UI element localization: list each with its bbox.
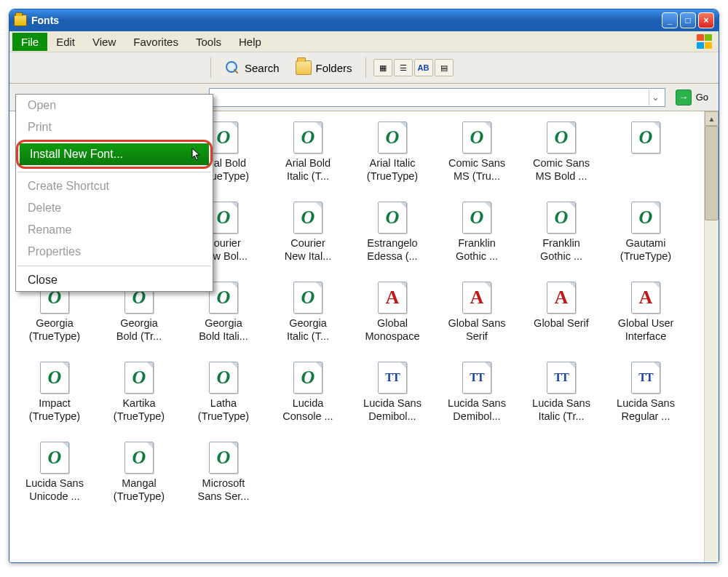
menu-edit[interactable]: Edit xyxy=(47,33,84,51)
font-label: Impact(TrueType) xyxy=(29,397,80,423)
menu-item-install-new-font[interactable]: Install New Font... xyxy=(20,143,209,165)
address-dropdown-icon[interactable]: ⌄ xyxy=(649,89,662,106)
font-file-icon: TT xyxy=(462,362,491,394)
font-label: Global Serif xyxy=(534,317,589,330)
font-item[interactable]: OMangal(TrueType) xyxy=(97,437,181,517)
font-item[interactable]: OLatha(TrueType) xyxy=(181,357,266,437)
scroll-thumb[interactable] xyxy=(705,126,719,220)
font-item[interactable]: OImpact(TrueType) xyxy=(12,357,97,437)
font-item[interactable]: OGautami(TrueType) xyxy=(604,197,688,277)
folders-label: Folders xyxy=(316,62,352,74)
font-file-icon: O xyxy=(293,122,323,154)
font-label: Comic SansMS (Tru... xyxy=(448,156,505,183)
toolbar-separator xyxy=(365,57,366,78)
font-file-icon: A xyxy=(462,282,491,314)
folder-icon xyxy=(14,15,27,26)
font-item[interactable]: AGlobal SansSerif xyxy=(435,277,519,357)
font-item[interactable]: AGlobal UserInterface xyxy=(604,277,688,357)
font-file-icon: TT xyxy=(378,362,407,394)
menu-help[interactable]: Help xyxy=(230,33,270,51)
font-item[interactable]: AGlobal Serif xyxy=(519,277,604,357)
font-item[interactable]: OMicrosoftSans Ser... xyxy=(181,437,266,517)
font-label: Lucida SansDemibol... xyxy=(448,397,506,423)
font-item[interactable]: OGeorgiaItalic (T... xyxy=(266,277,350,357)
font-file-icon: A xyxy=(378,282,407,314)
install-new-font-highlight: Install New Font... xyxy=(16,140,213,169)
font-file-icon: TT xyxy=(631,362,660,394)
toolbar: Search Folders ▦ ☰ AB ▤ xyxy=(9,52,719,84)
font-label: EstrangeloEdessa (... xyxy=(367,236,417,263)
font-file-icon: O xyxy=(293,202,323,234)
font-file-icon: O xyxy=(209,282,238,314)
go-button[interactable]: → Go xyxy=(671,87,713,108)
folders-button[interactable]: Folders xyxy=(290,57,358,79)
font-label: Gautami(TrueType) xyxy=(620,236,671,263)
font-label: GeorgiaItalic (T... xyxy=(287,317,329,343)
menu-item-close[interactable]: Close xyxy=(16,269,213,291)
font-item[interactable]: OLucida SansUnicode ... xyxy=(12,437,97,517)
search-button[interactable]: Search xyxy=(218,57,285,79)
font-item[interactable]: OEstrangeloEdessa (... xyxy=(350,197,435,277)
font-item[interactable]: OArial BoldItalic (T... xyxy=(266,117,350,197)
close-button[interactable]: × xyxy=(698,12,714,28)
menu-view[interactable]: View xyxy=(84,33,124,51)
view-list-button[interactable]: ☰ xyxy=(394,59,413,76)
font-file-icon: O xyxy=(378,122,407,154)
menu-file[interactable]: File xyxy=(12,33,47,51)
font-label: Latha(TrueType) xyxy=(198,397,249,423)
view-mode-buttons: ▦ ☰ AB ▤ xyxy=(373,59,454,76)
font-file-icon: O xyxy=(209,122,238,154)
font-label: Kartika(TrueType) xyxy=(114,397,165,423)
font-file-icon: TT xyxy=(547,362,576,394)
font-item[interactable]: OComic SansMS (Tru... xyxy=(435,117,519,197)
windows-logo-icon xyxy=(695,33,716,50)
font-item[interactable]: TTLucida SansRegular ... xyxy=(604,357,688,437)
font-label: Lucida SansItalic (Tr... xyxy=(532,397,590,423)
font-label: LucidaConsole ... xyxy=(282,397,333,423)
address-field-wrap[interactable]: ⌄ xyxy=(209,88,665,107)
scroll-up-arrow-icon[interactable]: ▲ xyxy=(705,111,719,126)
font-label: GeorgiaBold (Tr... xyxy=(116,317,162,343)
font-label: CourierNew Ital... xyxy=(285,236,331,263)
toolbar-separator xyxy=(210,57,211,78)
fonts-window: Fonts _ □ × FileEditViewFavoritesToolsHe… xyxy=(9,9,719,563)
font-item[interactable]: OFranklinGothic ... xyxy=(435,197,519,277)
font-item[interactable]: OCourierNew Ital... xyxy=(266,197,350,277)
font-item[interactable]: OComic SansMS Bold ... xyxy=(519,117,604,197)
font-item[interactable]: OKartika(TrueType) xyxy=(97,357,181,437)
font-label: Lucida SansUnicode ... xyxy=(25,477,84,503)
menu-item-delete: Delete xyxy=(16,197,213,219)
font-item[interactable]: TTLucida SansItalic (Tr... xyxy=(519,357,604,437)
font-item[interactable]: TTLucida SansDemibol... xyxy=(350,357,435,437)
font-item[interactable]: OFranklinGothic ... xyxy=(519,197,604,277)
menu-item-create-shortcut: Create Shortcut xyxy=(16,175,213,197)
view-large-icons-button[interactable]: ▦ xyxy=(373,59,392,76)
font-file-icon: O xyxy=(631,122,660,154)
font-label: FranklinGothic ... xyxy=(456,236,498,263)
minimize-button[interactable]: _ xyxy=(662,12,678,28)
font-file-icon: O xyxy=(209,442,238,474)
font-file-icon: O xyxy=(209,362,238,394)
view-details-button[interactable]: ▤ xyxy=(435,59,454,76)
font-label: Global SansSerif xyxy=(448,317,506,343)
window-title: Fonts xyxy=(31,15,59,26)
font-item[interactable]: OLucidaConsole ... xyxy=(266,357,350,437)
address-input[interactable] xyxy=(213,91,649,104)
font-item[interactable]: TTLucida SansDemibol... xyxy=(435,357,519,437)
font-item[interactable]: AGlobalMonospace xyxy=(350,277,435,357)
font-file-icon: O xyxy=(40,442,69,474)
maximize-button[interactable]: □ xyxy=(680,12,696,28)
menu-favorites[interactable]: Favorites xyxy=(124,33,187,51)
font-file-icon: O xyxy=(293,282,323,314)
font-item[interactable]: OArial Italic(TrueType) xyxy=(350,117,435,197)
menu-tools[interactable]: Tools xyxy=(187,33,230,51)
font-file-icon: O xyxy=(462,122,491,154)
vertical-scrollbar[interactable]: ▲ xyxy=(704,111,719,562)
font-label: Arial Italic(TrueType) xyxy=(367,156,418,183)
font-file-icon: A xyxy=(547,282,576,314)
font-label: Lucida SansDemibol... xyxy=(363,397,422,423)
go-label: Go xyxy=(696,92,708,103)
font-item[interactable]: O xyxy=(604,117,688,197)
view-similarity-button[interactable]: AB xyxy=(414,59,433,76)
font-label: FranklinGothic ... xyxy=(540,236,582,263)
